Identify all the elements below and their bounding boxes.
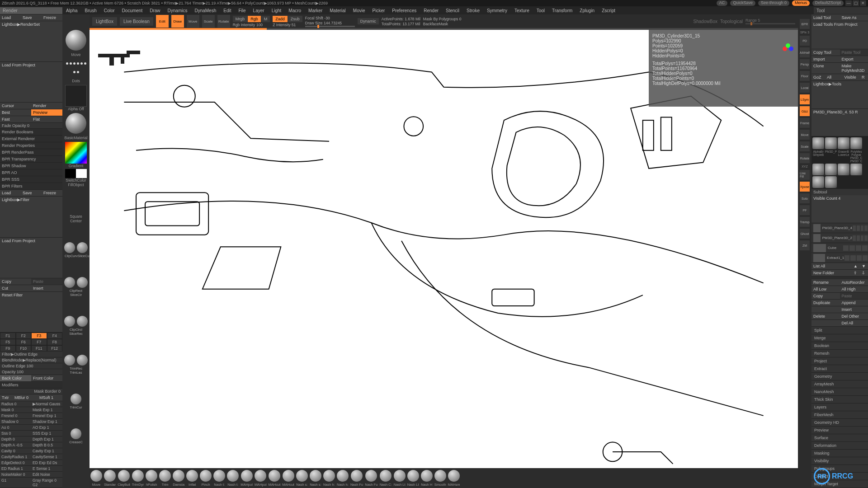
menu-preferences[interactable]: Preferences: [388, 7, 420, 14]
stroke-preview[interactable]: [66, 60, 86, 76]
floor-icon[interactable]: Floor: [800, 71, 810, 81]
f12[interactable]: F12: [47, 345, 63, 352]
menu-zplugin[interactable]: Zplugin: [576, 7, 598, 14]
bpr-shadow[interactable]: BPR Shadow: [0, 163, 62, 169]
f7[interactable]: F7: [31, 339, 47, 345]
blendmode[interactable]: BlendMode▶Replace(Normal): [0, 357, 62, 363]
f1[interactable]: F1: [0, 333, 16, 339]
rotate-mode-icon[interactable]: Rotate: [217, 15, 230, 28]
swatch-white[interactable]: [76, 169, 87, 178]
brush-item[interactable]: Nash t:: [227, 470, 239, 487]
menu-transform[interactable]: Transform: [548, 7, 576, 14]
filter-outline[interactable]: Filter▶Outline Edge: [0, 352, 62, 357]
lsym-icon[interactable]: LSym: [800, 94, 810, 104]
masking[interactable]: Masking: [811, 450, 868, 457]
menu-material[interactable]: Material: [326, 7, 349, 14]
render-button[interactable]: Render: [31, 103, 62, 109]
layers[interactable]: Layers: [811, 404, 868, 411]
brush-item[interactable]: MAHcut: [269, 470, 281, 487]
load2-button[interactable]: Load: [0, 190, 21, 197]
visible-count[interactable]: Visible Count 4: [811, 195, 868, 223]
trim-rec-icon[interactable]: [64, 355, 75, 366]
tool-thumb[interactable]: [825, 137, 837, 149]
preview-panel[interactable]: Preview: [811, 427, 868, 434]
load-tool[interactable]: Load Tool: [811, 14, 840, 21]
scale-mode-icon[interactable]: Scale: [202, 15, 215, 28]
paste-btn[interactable]: Paste: [31, 278, 62, 285]
live-boolean-button[interactable]: Live Boolean: [120, 17, 153, 26]
save2-button[interactable]: Save: [21, 190, 42, 197]
edit-noise[interactable]: Edit Noise: [31, 472, 62, 478]
menu-edit[interactable]: Edit: [220, 7, 235, 14]
sss[interactable]: Sss 0: [0, 431, 31, 436]
menu-dynamesh[interactable]: DynaMesh: [191, 7, 220, 14]
brush-item[interactable]: Nash Lt: [394, 470, 406, 487]
clip-circ-icon[interactable]: [64, 316, 75, 327]
freeze2-button[interactable]: Freeze: [42, 190, 62, 197]
brush-item[interactable]: Nash h:: [337, 470, 349, 487]
front-color[interactable]: Front Color: [31, 375, 62, 382]
polygroups[interactable]: Polygroups: [811, 465, 868, 473]
brush-item[interactable]: Nash H: [421, 470, 433, 487]
f5[interactable]: F5: [0, 339, 16, 345]
tool-thumb[interactable]: [812, 164, 824, 175]
canvas[interactable]: PM3D_Cylinder3D1_15 Polys=102990 Points=…: [90, 30, 798, 488]
brush-item[interactable]: Nash s:: [310, 470, 321, 487]
mask-polygroups[interactable]: Mask By Polygroups 0: [423, 17, 462, 21]
swatch-black[interactable]: [65, 169, 76, 178]
pf-icon[interactable]: PF: [800, 205, 810, 215]
move-down-icon[interactable]: ⇩: [860, 270, 868, 277]
import-btn[interactable]: Import: [811, 56, 840, 63]
tool-thumb[interactable]: [838, 164, 849, 175]
move-nav-icon[interactable]: Move: [800, 130, 810, 140]
shadow-exp[interactable]: Shadow Exp 1: [31, 419, 62, 425]
mrgb-toggle[interactable]: Mrgb: [233, 16, 248, 22]
spix[interactable]: SPix 3: [800, 31, 809, 34]
opacity-slider[interactable]: Opacity 100: [0, 369, 62, 375]
brush-item[interactable]: MAHcut: [282, 470, 294, 487]
radius[interactable]: Radius 0: [0, 401, 31, 407]
menu-picker[interactable]: Picker: [369, 7, 389, 14]
render-properties[interactable]: Render Properties: [0, 142, 62, 149]
axis-gizmo[interactable]: [783, 43, 793, 54]
clip-curve-icon[interactable]: [64, 242, 75, 253]
menu-color[interactable]: Color: [100, 7, 118, 14]
cavity-radius[interactable]: CavityRadius 1: [0, 454, 31, 460]
rgb-toggle[interactable]: Rgb: [248, 16, 261, 22]
insert-sub[interactable]: Insert: [840, 306, 868, 313]
local-icon[interactable]: Local: [800, 83, 810, 93]
bpr-sss[interactable]: BPR SSS: [0, 176, 62, 183]
insert-btn[interactable]: Insert: [31, 285, 62, 292]
external-renderer[interactable]: External Renderer: [0, 136, 62, 142]
menu-dynamics[interactable]: Dynamics: [164, 7, 191, 14]
bpr-filters[interactable]: BPR Filters: [0, 183, 62, 190]
ac-pill[interactable]: AC: [717, 0, 728, 6]
autoreorder[interactable]: AutoReorder: [840, 279, 868, 286]
delete[interactable]: Delete: [811, 313, 840, 320]
brush-item[interactable]: Nash C:: [380, 470, 392, 487]
txtr[interactable]: Txtr: [0, 394, 13, 401]
draw-size[interactable]: Draw Size 144.73245: [305, 21, 355, 25]
preview-button[interactable]: Preview: [31, 109, 62, 116]
bpr-transparency[interactable]: BPR Transparency: [0, 156, 62, 163]
menu-alpha[interactable]: Alpha: [62, 7, 81, 14]
brush-item[interactable]: Smooth: [434, 470, 446, 487]
ghost-icon[interactable]: Ghost: [800, 229, 810, 239]
split[interactable]: Split: [811, 327, 868, 334]
merge[interactable]: Merge: [811, 334, 868, 342]
brush-item[interactable]: MAHpol: [255, 470, 267, 487]
seethrough-pill[interactable]: See-through 0: [758, 0, 789, 6]
msoft[interactable]: MSoft 1: [38, 394, 62, 401]
visibility[interactable]: Visibility: [811, 457, 868, 465]
gradient-label[interactable]: Gradient: [69, 164, 84, 168]
brush-item[interactable]: Standar: [104, 470, 116, 487]
normal-gauss[interactable]: ▶Normal Gauss: [31, 401, 62, 407]
menu-document[interactable]: Document: [118, 7, 146, 14]
brush-item[interactable]: Move: [90, 470, 102, 487]
brush-item[interactable]: Pinch: [200, 470, 212, 487]
brush-item[interactable]: MAHpol: [241, 470, 253, 487]
noisemaker[interactable]: NoiseMaker 0: [0, 472, 31, 478]
up-icon[interactable]: ▲: [852, 263, 860, 270]
append[interactable]: Append: [840, 300, 868, 306]
f3[interactable]: F3: [31, 333, 47, 339]
